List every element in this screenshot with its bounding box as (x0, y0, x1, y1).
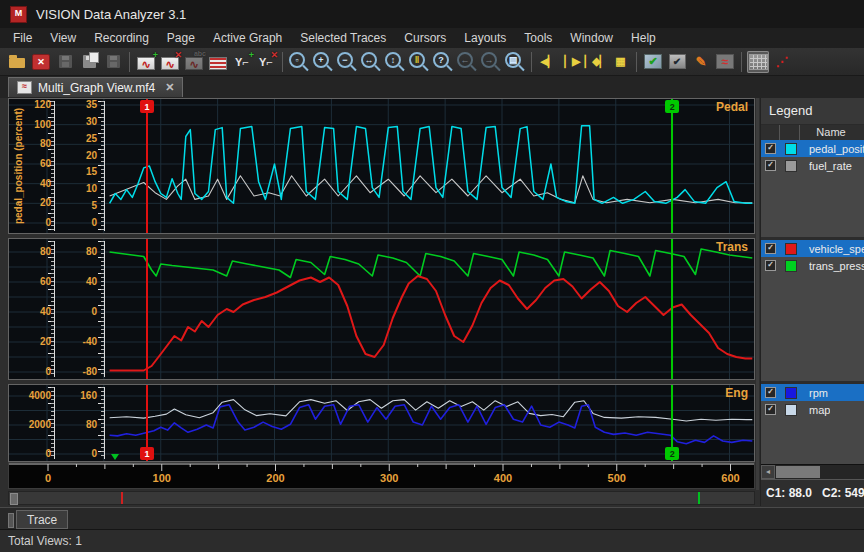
zoom-in-button[interactable]: + (312, 51, 334, 73)
legend-row-pedal_position[interactable]: ✓pedal_position (761, 140, 864, 157)
zoom-y-button[interactable]: ↕ (384, 51, 406, 73)
trace-color-swatch[interactable] (785, 404, 797, 416)
delete-graph-button[interactable]: ∿✕ (159, 51, 181, 73)
add-graph-badge-icon: + (153, 50, 158, 60)
trace-color-swatch[interactable] (785, 243, 797, 255)
scrollbar-grip[interactable] (10, 493, 18, 505)
x-axis[interactable]: 0100200300400500600 (8, 462, 755, 489)
axis2-tick-label: 80 (61, 246, 97, 257)
record-start-marker (111, 454, 119, 460)
graph-panel-trans[interactable]: 80604020080400-40-80Trans (8, 238, 755, 380)
save-as-button[interactable] (78, 51, 100, 73)
menu-layouts[interactable]: Layouts (455, 28, 515, 48)
zoom-out-button[interactable]: − (336, 51, 358, 73)
menu-view[interactable]: View (41, 28, 85, 48)
zoom-page-button[interactable]: ▤ (504, 51, 526, 73)
graph-panel-eng[interactable]: 400020000160800Eng12 (8, 384, 755, 462)
legend-panel: Legend Name ◂ C1: 88.0 C2: 549.6 C ✓peda… (760, 98, 864, 506)
tab-label: Multi_Graph View.mf4 (38, 81, 155, 95)
menu-recording[interactable]: Recording (85, 28, 158, 48)
cursor-readout: C1: 88.0 C2: 549.6 C (761, 479, 864, 507)
graph-properties-button[interactable]: ✔ (666, 51, 688, 73)
tab-close-icon[interactable]: ✕ (161, 81, 174, 94)
cursor-2-line[interactable] (671, 99, 673, 233)
cursor-2-handle[interactable]: 2 (665, 447, 679, 460)
tab-multi-graph-view[interactable]: ≈ Multi_Graph View.mf4 ✕ (8, 77, 183, 97)
timeline-scrollbar[interactable] (8, 491, 755, 505)
add-graph-button[interactable]: ∿+ (135, 51, 157, 73)
tab-bar-grip[interactable] (8, 513, 14, 528)
menu-file[interactable]: File (4, 28, 41, 48)
tab-trace[interactable]: Trace (16, 510, 68, 529)
zoom-context-button[interactable]: ? (432, 51, 454, 73)
menu-window[interactable]: Window (561, 28, 622, 48)
zoom-y-icon: ↕ (384, 47, 402, 73)
axis2-ruler[interactable] (98, 101, 105, 231)
axis2-ruler[interactable] (98, 387, 105, 459)
trace-name-label: pedal_position (809, 143, 864, 155)
center-cursors-icon: ▏◆▏ (585, 51, 607, 73)
pause-updates-button[interactable]: ‖ (408, 51, 430, 73)
cursor-1-handle[interactable]: 1 (140, 447, 154, 460)
cursor-1-line[interactable] (146, 239, 148, 379)
menu-cursors[interactable]: Cursors (395, 28, 455, 48)
x-tick-label: 0 (28, 472, 68, 484)
close-file-button[interactable]: ✕ (30, 51, 52, 73)
cursor-1-line[interactable] (146, 99, 148, 233)
axis1-tick-label: 0 (11, 366, 51, 377)
zoom-box-button[interactable]: ▫ (288, 51, 310, 73)
strip-chart-button[interactable] (207, 51, 229, 73)
cursor-2-line[interactable] (671, 239, 673, 379)
trace-list-button[interactable]: ≈ (714, 51, 736, 73)
auto-arrange-graph-button: ∿abc (183, 51, 205, 73)
center-cursors-button[interactable]: ▏◆▏ (585, 51, 607, 73)
zoom-x-button[interactable]: ↔ (360, 51, 382, 73)
legend-row-trans_pressure[interactable]: ✓trans_pressure (761, 257, 864, 274)
plot-trans (9, 239, 754, 379)
cursor-2-handle[interactable]: 2 (665, 100, 679, 113)
menu-active-graph[interactable]: Active Graph (204, 28, 291, 48)
edit-trace-style-icon: ✎ (690, 51, 712, 73)
axis2-ruler[interactable] (98, 241, 105, 377)
open-file-button[interactable] (6, 51, 28, 73)
delete-y-axis-button[interactable]: Y⌐✕ (255, 51, 277, 73)
legend-row-vehicle_speed[interactable]: ✓vehicle_speed (761, 240, 864, 257)
legend-row-fuel_rate[interactable]: ✓fuel_rate (761, 157, 864, 174)
visibility-checkbox[interactable]: ✓ (765, 160, 776, 171)
data-grid-view-button[interactable] (747, 51, 769, 73)
move-cursor-left-button[interactable]: ◀▏ (537, 51, 559, 73)
trace-trans_pressure[interactable] (110, 249, 753, 278)
graph-panel-pedal[interactable]: 12010080604020035302520151050pedal_posit… (8, 98, 755, 234)
legend-row-rpm[interactable]: ✓rpm (761, 384, 864, 401)
cursor-1-handle[interactable]: 1 (140, 100, 154, 113)
trace-color-swatch[interactable] (785, 387, 797, 399)
legend-scrollbar[interactable]: ◂ (761, 464, 864, 480)
menu-page[interactable]: Page (158, 28, 204, 48)
visibility-checkbox[interactable]: ✓ (765, 387, 776, 398)
trace-color-swatch[interactable] (785, 260, 797, 272)
trace-fuel_rate[interactable] (110, 176, 753, 203)
scroll-left-arrow[interactable]: ◂ (761, 465, 775, 479)
cursor-values-grid-button[interactable]: ▦ (609, 51, 631, 73)
visibility-checkbox[interactable]: ✓ (765, 404, 776, 415)
trace-color-swatch[interactable] (785, 143, 797, 155)
add-y-axis-button[interactable]: Y⌐+ (231, 51, 253, 73)
zoom-page-icon: ▤ (504, 47, 522, 73)
edit-trace-style-button[interactable]: ✎ (690, 51, 712, 73)
trace-color-swatch[interactable] (785, 160, 797, 172)
scrollbar-thumb[interactable] (776, 466, 820, 478)
data-grid-view-icon (749, 54, 768, 70)
legend-row-map[interactable]: ✓map (761, 401, 864, 418)
point-markers-button[interactable]: ⋰ (771, 51, 793, 73)
apply-graph-settings-button[interactable]: ✔ (642, 51, 664, 73)
menu-help[interactable]: Help (622, 28, 665, 48)
visibility-checkbox[interactable]: ✓ (765, 143, 776, 154)
legend-splitter[interactable] (756, 98, 759, 490)
visibility-checkbox[interactable]: ✓ (765, 260, 776, 271)
trace-name-label: rpm (809, 387, 828, 399)
menu-tools[interactable]: Tools (515, 28, 561, 48)
move-cursor-right-button[interactable]: ▏▶ (561, 51, 583, 73)
menu-selected-traces[interactable]: Selected Traces (291, 28, 395, 48)
visibility-checkbox[interactable]: ✓ (765, 243, 776, 254)
trace-vehicle_speed[interactable] (110, 276, 753, 371)
